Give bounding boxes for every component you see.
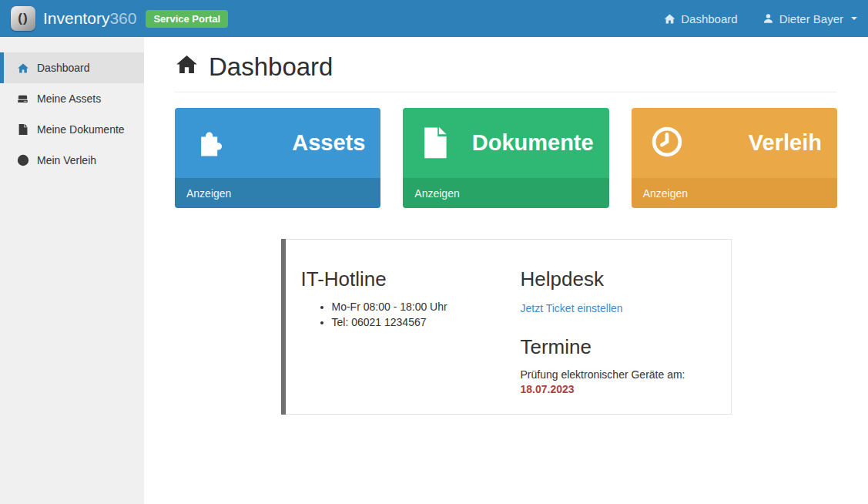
hotline-hours: Mo-Fr 08:00 - 18:00 Uhr [332, 299, 521, 314]
sidebar-item-label: Mein Verleih [37, 154, 96, 166]
tile-dokumente-title: Dokumente [472, 130, 594, 156]
tiles-row: Assets Anzeigen Dokumente Anzeigen Verle… [175, 108, 837, 208]
tile-dokumente-action[interactable]: Anzeigen [403, 178, 608, 208]
tile-verleih-title: Verleih [749, 130, 822, 156]
tile-verleih-body: Verleih [632, 108, 837, 178]
tile-dokumente-body: Dokumente [403, 108, 608, 178]
tile-assets-action[interactable]: Anzeigen [175, 178, 380, 208]
clock-icon [650, 125, 684, 162]
hotline-section: IT-Hotline Mo-Fr 08:00 - 18:00 Uhr Tel: … [301, 260, 521, 395]
navbar-dashboard-label: Dashboard [681, 12, 737, 25]
hotline-phone: Tel: 06021 1234567 [332, 314, 521, 330]
tile-assets-title: Assets [292, 130, 365, 156]
user-menu[interactable]: Dieter Bayer [762, 12, 857, 25]
navbar-right: Dashboard Dieter Bayer [664, 12, 857, 25]
sidebar-item-meine-assets[interactable]: Meine Assets [0, 83, 144, 114]
helpdesk-title: Helpdesk [521, 267, 709, 291]
tile-dokumente[interactable]: Dokumente Anzeigen [403, 108, 608, 208]
file-icon [16, 123, 29, 136]
info-panel: IT-Hotline Mo-Fr 08:00 - 18:00 Uhr Tel: … [281, 239, 732, 415]
file-icon [421, 125, 447, 162]
tile-verleih[interactable]: Verleih Anzeigen [632, 108, 837, 208]
termine-date: 18.07.2023 [521, 383, 709, 395]
hotline-title: IT-Hotline [301, 267, 521, 291]
termine-title: Termine [521, 335, 709, 359]
service-portal-badge: Service Portal [146, 10, 228, 28]
hotline-list: Mo-Fr 08:00 - 18:00 Uhr Tel: 06021 12345… [301, 299, 521, 330]
sidebar-item-mein-verleih[interactable]: Mein Verleih [0, 145, 144, 176]
page-title: Dashboard [175, 52, 837, 82]
page-title-text: Dashboard [209, 52, 333, 82]
sidebar-item-label: Meine Dokumente [37, 123, 125, 136]
home-icon [664, 13, 675, 25]
tile-verleih-action[interactable]: Anzeigen [632, 178, 837, 208]
sidebar-item-label: Dashboard [37, 62, 90, 74]
brand[interactable]: () Inventory360 Service Portal [11, 6, 228, 31]
main-content: Dashboard Assets Anzeigen Dokumente Anze… [144, 52, 868, 504]
home-icon [16, 62, 29, 74]
sidebar-item-label: Meine Assets [37, 92, 101, 105]
user-icon [762, 12, 774, 25]
app-logo-icon: () [11, 6, 35, 31]
tile-assets-body: Assets [175, 108, 380, 178]
brand-name: Inventory [43, 9, 109, 27]
home-icon [175, 52, 199, 82]
puzzle-icon [193, 126, 227, 161]
hdd-icon [16, 93, 29, 105]
clock-icon [16, 154, 29, 166]
navbar-dashboard-link[interactable]: Dashboard [664, 12, 737, 25]
sidebar-item-dashboard[interactable]: Dashboard [0, 52, 144, 83]
brand-title: Inventory360 [43, 9, 136, 28]
panel-accent-bar [281, 239, 286, 415]
termine-text: Prüfung elektronischer Geräte am: [521, 367, 709, 382]
create-ticket-link[interactable]: Jetzt Ticket einstellen [521, 302, 623, 314]
top-navbar: () Inventory360 Service Portal Dashboard… [0, 0, 868, 37]
title-divider [175, 92, 837, 92]
brand-suffix: 360 [109, 9, 136, 27]
sidebar-item-meine-dokumente[interactable]: Meine Dokumente [0, 114, 144, 145]
chevron-down-icon [851, 17, 857, 20]
sidebar: Dashboard Meine Assets Meine Dokumente M… [0, 37, 144, 504]
tile-assets[interactable]: Assets Anzeigen [175, 108, 380, 208]
user-name: Dieter Bayer [779, 12, 843, 25]
helpdesk-section: Helpdesk Jetzt Ticket einstellen Termine… [521, 260, 709, 395]
